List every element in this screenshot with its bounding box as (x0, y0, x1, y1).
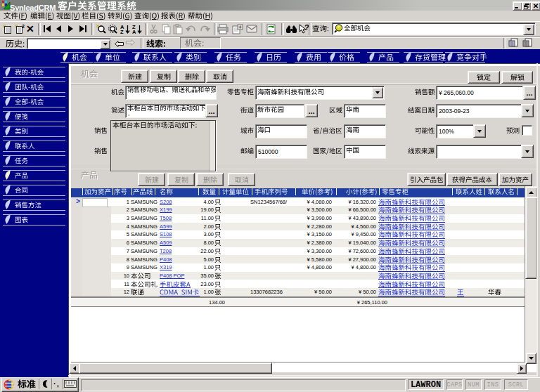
svg-text:A: A (132, 29, 136, 34)
svg-text:2: 2 (22, 24, 25, 29)
svg-text:Z: Z (120, 29, 124, 34)
